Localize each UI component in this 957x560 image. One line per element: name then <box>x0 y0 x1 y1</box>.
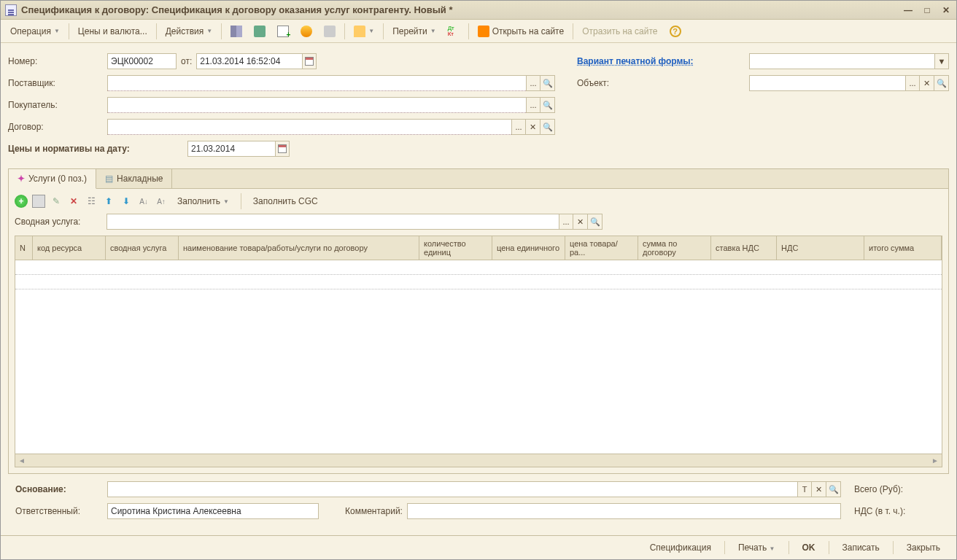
close-button[interactable]: ✕ <box>940 4 952 16</box>
col-unit-price[interactable]: цена единичного <box>492 236 565 260</box>
grid-body[interactable] <box>15 260 942 454</box>
save-button[interactable]: Записать <box>835 540 887 555</box>
tb-icon-1[interactable] <box>225 23 247 40</box>
ok-button[interactable]: OK <box>795 540 823 555</box>
delete-button[interactable]: ✕ <box>67 195 80 208</box>
refresh-icon <box>254 26 266 37</box>
buyer-input[interactable] <box>107 97 526 113</box>
print-form-input[interactable] <box>749 53 934 69</box>
sort-desc-button[interactable]: А↑ <box>155 195 168 208</box>
date-input[interactable] <box>196 53 302 69</box>
col-name[interactable]: наименование товара/работы/услуги по дог… <box>179 236 419 260</box>
col-qty[interactable]: количество единиц <box>419 236 492 260</box>
col-total-sum[interactable]: итого сумма <box>864 236 942 260</box>
search-button[interactable]: 🔍 <box>934 75 949 91</box>
responsible-input[interactable] <box>107 503 319 519</box>
col-resource-code[interactable]: код ресурса <box>33 236 106 260</box>
tab-invoices[interactable]: ▤ Накладные <box>96 169 172 188</box>
search-button[interactable]: 🔍 <box>541 97 555 113</box>
total-label: Всего (Руб): <box>854 484 942 494</box>
object-input[interactable] <box>749 75 905 91</box>
clear-button[interactable]: ✕ <box>573 214 588 230</box>
move-up-button[interactable]: ⬆ <box>102 195 115 208</box>
select-button[interactable]: ... <box>526 75 541 91</box>
select-button[interactable]: ... <box>905 75 920 91</box>
scroll-track[interactable] <box>28 454 929 467</box>
clear-button[interactable]: ✕ <box>920 75 934 91</box>
prices-date-label: Цены и нормативы на дату: <box>8 144 183 154</box>
col-vat[interactable]: НДС <box>777 236 864 260</box>
summary-service-input[interactable] <box>106 214 559 230</box>
close-button[interactable]: Закрыть <box>899 540 948 555</box>
help-button[interactable]: ? <box>665 23 686 40</box>
basis-label: Основание: <box>15 484 103 494</box>
chevron-down-icon: ▼ <box>368 28 374 34</box>
document-icon <box>5 4 17 16</box>
maximize-button[interactable]: □ <box>921 4 933 16</box>
minimize-button[interactable]: — <box>902 4 914 16</box>
search-button[interactable]: 🔍 <box>541 119 555 135</box>
titlebar: Спецификация к договору: Спецификация к … <box>1 1 956 20</box>
spec-button[interactable]: Спецификация <box>643 540 718 555</box>
move-down-button[interactable]: ⬇ <box>120 195 133 208</box>
search-button[interactable]: 🔍 <box>588 214 603 230</box>
operation-menu[interactable]: Операция▼ <box>5 23 65 39</box>
basis-input[interactable] <box>107 481 797 497</box>
calendar-button[interactable] <box>275 141 290 157</box>
select-button[interactable]: ... <box>511 119 526 135</box>
col-contract-sum[interactable]: сумма по договору <box>638 236 711 260</box>
dtkt-button[interactable]: ДтКт <box>443 23 465 40</box>
contract-label: Договор: <box>8 122 103 132</box>
scroll-left-button[interactable]: ◄ <box>15 454 28 467</box>
sort-asc-button[interactable]: A↓ <box>137 195 150 208</box>
fill-menu[interactable]: Заполнить▼ <box>172 193 234 209</box>
number-input[interactable] <box>107 53 177 69</box>
add-button[interactable]: + <box>15 195 28 208</box>
scroll-right-button[interactable]: ► <box>929 454 942 467</box>
dropdown-button[interactable]: ▼ <box>934 53 949 69</box>
grid-scrollbar[interactable]: ◄ ► <box>15 454 942 467</box>
edit-button[interactable]: ✎ <box>50 195 63 208</box>
contract-input[interactable] <box>107 119 511 135</box>
window-title: Спецификация к договору: Спецификация к … <box>21 4 902 15</box>
number-label: Номер: <box>8 56 103 66</box>
calendar-button[interactable] <box>302 53 317 69</box>
tb-icon-6[interactable]: ▼ <box>349 23 379 40</box>
separator <box>344 23 345 39</box>
search-button[interactable]: 🔍 <box>541 75 555 91</box>
supplier-input[interactable] <box>107 75 526 91</box>
select-button[interactable]: ... <box>526 97 541 113</box>
tab-services[interactable]: ✦ Услуги (0 поз.) <box>9 169 96 189</box>
tabs-header: ✦ Услуги (0 поз.) ▤ Накладные <box>9 169 948 189</box>
separator <box>69 23 69 39</box>
tb-icon-4[interactable] <box>295 23 317 40</box>
clear-button[interactable]: ✕ <box>526 119 541 135</box>
print-menu[interactable]: Печать ▼ <box>731 540 783 555</box>
summary-service-label: Сводная услуга: <box>15 217 102 227</box>
clear-button[interactable]: ✕ <box>812 481 826 497</box>
tb-icon-2[interactable] <box>249 23 271 40</box>
prices-date-input[interactable] <box>187 141 275 157</box>
open-site-button[interactable]: Открыть на сайте <box>473 23 570 40</box>
copy-button[interactable] <box>32 195 45 208</box>
prices-currency-button[interactable]: Цены и валюта... <box>73 23 152 39</box>
text-button[interactable]: T <box>797 481 812 497</box>
actions-menu[interactable]: Действия▼ <box>160 23 218 39</box>
print-form-link[interactable]: Вариант печатной формы: <box>577 56 745 66</box>
money-icon <box>301 26 312 37</box>
fill-cgc-button[interactable]: Заполнить CGC <box>248 193 323 209</box>
help-icon: ? <box>670 26 681 37</box>
search-button[interactable]: 🔍 <box>826 481 841 497</box>
col-vat-rate[interactable]: ставка НДС <box>711 236 777 260</box>
chevron-down-icon: ▼ <box>54 28 60 34</box>
col-summary-service[interactable]: сводная услуга <box>106 236 179 260</box>
tree-button[interactable]: ☷ <box>85 195 98 208</box>
col-n[interactable]: N <box>15 236 33 260</box>
select-button[interactable]: ... <box>559 214 573 230</box>
tb-icon-3[interactable] <box>272 23 294 40</box>
tab-toolbar: + ✎ ✕ ☷ ⬆ ⬇ A↓ А↑ Заполнить▼ Заполнить C… <box>9 189 948 214</box>
comment-input[interactable] <box>407 503 841 519</box>
goto-menu[interactable]: Перейти▼ <box>387 23 441 39</box>
col-goods-price[interactable]: цена товара/ра... <box>565 236 638 260</box>
tb-icon-5[interactable] <box>319 23 341 40</box>
